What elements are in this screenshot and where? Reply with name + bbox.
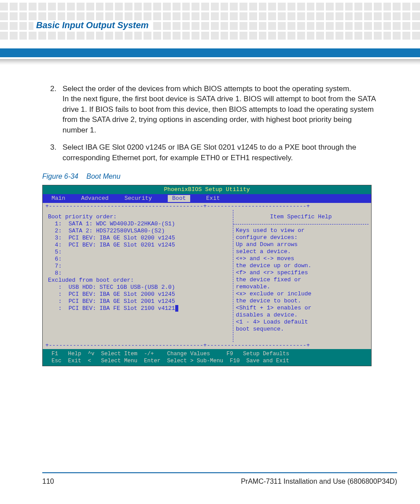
bios-menubar: Main Advanced Security Boot Exit — [43, 194, 371, 203]
bios-boot-item: 8: — [48, 270, 230, 277]
figure-caption: Figure 6-34 Boot Menu — [42, 173, 378, 180]
page-number: 110 — [42, 478, 54, 486]
instruction-list: 2. Select the order of the devices from … — [42, 84, 378, 163]
bios-help-line: <f> and <r> specifies — [236, 269, 366, 276]
bios-help-title: Item Specific Help — [236, 213, 366, 221]
page-footer: 110 PrAMC-7311 Installation and Use (680… — [42, 472, 397, 486]
bios-excluded-item: : USB HDD: STEC 1GB USB-(USB 2.0) — [48, 284, 230, 291]
bios-border: +---------------------------------------… — [45, 342, 368, 349]
bios-boot-item: 5: — [48, 249, 230, 256]
step-text: Select the order of the devices from whi… — [63, 85, 376, 134]
bios-help-line: <Shift + 1> enables or — [236, 305, 366, 312]
step-number: 3. — [50, 142, 56, 152]
bios-menu-security: Security — [125, 195, 152, 202]
bios-help-line: Keys used to view or — [236, 227, 366, 234]
bios-help-line: select a device. — [236, 248, 366, 255]
step-number: 2. — [50, 84, 56, 94]
bios-border: +---------------------------------------… — [45, 203, 368, 210]
bios-excluded-item: : PCI BEV: IBA GE Slot 2001 v1245 — [48, 298, 230, 305]
bios-excluded-item: : PCI BEV: IBA GE Slot 2000 v1245 — [48, 291, 230, 298]
bios-menu-boot: Boot — [168, 195, 190, 202]
bios-help-line: the device fixed or — [236, 276, 366, 283]
bios-help-line: disables a device. — [236, 312, 366, 319]
bios-excluded-heading: Excluded from boot order: — [48, 277, 230, 284]
bios-menu-advanced: Advanced — [81, 195, 108, 202]
step-text: Select IBA GE Slot 0200 v1245 or IBA GE … — [63, 143, 356, 162]
bios-help-line: boot sequence. — [236, 326, 366, 333]
bios-menu-main: Main — [52, 195, 65, 202]
bios-help-pane: Item Specific Help Keys used to view or … — [233, 210, 368, 342]
bios-boot-item: 2: SATA 2: HDS722580VLSA80-(S2) — [48, 228, 230, 235]
header-blue-bar — [0, 48, 420, 57]
bios-help-line: the device up or down. — [236, 262, 366, 269]
header-grey-bar — [0, 59, 420, 65]
page-header-decor: Basic Input Output System — [0, 0, 420, 40]
bios-boot-item: 7: — [48, 263, 230, 270]
bios-boot-item: 6: — [48, 256, 230, 263]
bios-help-line: configure devices: — [236, 234, 366, 241]
instruction-step: 2. Select the order of the devices from … — [42, 84, 378, 135]
figure-title: Boot Menu — [86, 173, 120, 180]
bios-help-line: the device to boot. — [236, 298, 366, 305]
bios-help-line: <1 - 4> Loads default — [236, 319, 366, 326]
section-title: Basic Input Output System — [33, 20, 151, 30]
bios-footer: F1 Help ^v Select Item -/+ Change Values… — [43, 349, 371, 366]
figure-number: Figure 6-34 — [42, 173, 78, 180]
bios-help-line: removable. — [236, 283, 366, 291]
bios-help-line: <+> and <-> moves — [236, 255, 366, 262]
bios-help-line: <x> exclude or include — [236, 291, 366, 298]
page-content: 2. Select the order of the devices from … — [42, 84, 378, 366]
bios-boot-item: 4: PCI BEV: IBA GE Slot 0201 v1245 — [48, 242, 230, 249]
bios-menu-exit: Exit — [206, 195, 220, 202]
bios-help-line: Up and Down arrows — [236, 241, 366, 248]
bios-boot-item: 3: PCI BEV: IBA GE Slot 0200 v1245 — [48, 235, 230, 242]
bios-title: PhoenixBIOS Setup Utility — [43, 185, 371, 194]
bios-excluded-item: : PCI BEV: IBA FE Slot 2100 v4121 — [48, 305, 230, 312]
bios-boot-item: 1: SATA 1: WDC WD400JD-22HKA0-(S1) — [48, 221, 230, 228]
instruction-step: 3. Select IBA GE Slot 0200 v1245 or IBA … — [42, 142, 378, 163]
bios-left-pane: Boot priority order: 1: SATA 1: WDC WD40… — [45, 210, 233, 342]
document-title: PrAMC-7311 Installation and Use (6806800… — [241, 478, 397, 486]
bios-screenshot: PhoenixBIOS Setup Utility Main Advanced … — [42, 185, 372, 366]
bios-heading: Boot priority order: — [48, 213, 230, 221]
